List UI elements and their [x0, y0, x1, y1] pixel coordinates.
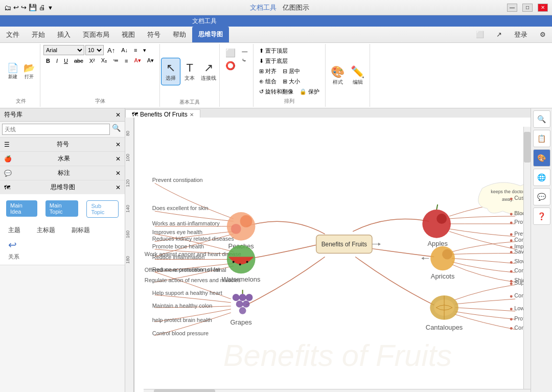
menu-insert[interactable]: 插入	[51, 27, 77, 42]
menu-mindmap[interactable]: 思维导图	[192, 27, 229, 42]
font-decrease[interactable]: A↓	[119, 46, 130, 54]
ribbon-open[interactable]: 📂 打开	[21, 61, 37, 81]
right-btn-clipboard[interactable]: 📋	[533, 130, 550, 147]
svg-point-36	[436, 214, 447, 224]
menu-settings[interactable]: ⚙	[534, 27, 552, 42]
shape-line[interactable]: —	[239, 47, 250, 55]
svg-point-99	[510, 295, 513, 298]
svg-text:100: 100	[125, 154, 130, 162]
sidebar-section-symbol: ☰ 符号 ✕	[0, 137, 125, 152]
menu-layout[interactable]: 页面布局	[77, 27, 116, 42]
node-style-main-topic[interactable]: Main Topic	[45, 200, 79, 218]
font-more[interactable]: ▾	[141, 46, 149, 55]
undo-btn[interactable]: ↩	[13, 4, 19, 11]
tool-tab-document[interactable]: 文档工具	[184, 16, 225, 27]
svg-text:Apples: Apples	[427, 240, 447, 247]
save-btn[interactable]: 💾	[29, 4, 37, 11]
canvas-content[interactable]: Benefits of Fruits Peaches Prevent const…	[134, 118, 531, 392]
node-style-main-idea[interactable]: Main Idea	[6, 200, 37, 218]
rotate-btn[interactable]: ↺ 旋转和翻像	[257, 87, 296, 97]
right-btn-chat[interactable]: 💬	[533, 188, 550, 205]
sidebar-section-annotation-header[interactable]: 💬 标注 ✕	[0, 166, 125, 180]
annotation-close[interactable]: ✕	[116, 170, 121, 177]
ribbon-connector[interactable]: ↗ 连接线	[199, 60, 218, 83]
size-btn[interactable]: ⊞ 大小	[280, 77, 303, 86]
sidebar-section-symbol-header[interactable]: ☰ 符号 ✕	[0, 137, 125, 151]
menu-search[interactable]: ⬜	[470, 27, 490, 42]
sidebar-section-mindmap-header[interactable]: 🗺 思维导图 ✕	[0, 180, 125, 194]
title-bar-left: 🗂 ↩ ↪ 💾 🖨 ▼	[4, 4, 53, 12]
right-btn-help[interactable]: ❓	[533, 207, 550, 225]
redo-btn[interactable]: ↪	[21, 4, 27, 11]
menu-home[interactable]: 开始	[26, 27, 51, 42]
main-topic-label: 主标题	[37, 226, 55, 235]
font-para[interactable]: ≡	[131, 46, 140, 54]
scrollbar-vertical[interactable]	[523, 127, 531, 389]
shape-conn[interactable]: ⤷	[239, 56, 250, 65]
search-icon[interactable]: 🔍	[110, 124, 123, 135]
right-btn-search[interactable]: 🔍	[533, 110, 550, 128]
superscript-btn[interactable]: X²	[87, 57, 98, 65]
ribbon-file-label: 文件	[16, 98, 26, 106]
canvas-tab-close[interactable]: ✕	[190, 112, 194, 118]
numlist-btn[interactable]: ≡	[122, 57, 130, 65]
underline-btn[interactable]: U	[61, 57, 71, 65]
menu-symbol[interactable]: 符号	[141, 27, 167, 42]
list-btn[interactable]: ≔	[110, 56, 121, 65]
font-size-select[interactable]: 10	[85, 45, 104, 55]
sidebar-search-input[interactable]	[2, 124, 110, 135]
mindmap-section-close[interactable]: ✕	[116, 184, 121, 191]
fontfill-btn[interactable]: A▾	[145, 56, 156, 65]
sidebar-close[interactable]: ✕	[116, 111, 121, 119]
right-btn-globe[interactable]: 🌐	[533, 169, 550, 186]
svg-text:Improves eye health: Improves eye health	[152, 229, 202, 235]
ribbon-edit[interactable]: ✏️ 编辑	[349, 64, 366, 87]
sidebar-section-fruit-header[interactable]: 🍎 水果 ✕	[0, 152, 125, 166]
italic-btn[interactable]: I	[54, 57, 60, 65]
fontcolor-btn[interactable]: A▾	[131, 56, 143, 65]
fruit-section-close[interactable]: ✕	[116, 155, 121, 163]
scrollbar-horizontal[interactable]	[144, 389, 531, 392]
close-btn[interactable]: ✕	[538, 4, 548, 12]
menu-file[interactable]: 文件	[0, 27, 26, 42]
symbol-section-close[interactable]: ✕	[116, 141, 121, 148]
align-btn[interactable]: ⊞ 对齐	[257, 66, 279, 76]
canvas-area: 🗺 Benefits Of Fruits ✕ 20 40 60 80 100 1…	[125, 108, 531, 392]
svg-point-93	[510, 239, 513, 242]
maximize-btn[interactable]: □	[522, 4, 533, 12]
menu-share[interactable]: ↗	[490, 27, 508, 42]
right-btn-color[interactable]: 🎨	[533, 149, 550, 167]
menu-view[interactable]: 视图	[116, 27, 141, 42]
node-style-sub-topic[interactable]: Sub Topic	[86, 200, 119, 218]
ribbon-select[interactable]: ↖ 选择	[161, 58, 180, 85]
menu-login[interactable]: 登录	[508, 27, 534, 42]
svg-point-97	[510, 280, 513, 283]
ribbon-new[interactable]: 📄 新建	[5, 61, 20, 81]
relation-arrow[interactable]: ↩	[8, 239, 117, 251]
more-btn[interactable]: ▼	[48, 5, 53, 11]
group-btn[interactable]: ⊕ 组合	[257, 77, 279, 86]
ribbon-text[interactable]: T 文本	[182, 60, 197, 83]
font-increase[interactable]: A↑	[105, 45, 118, 55]
title-bar-title: 文档工具 亿图图示	[53, 3, 506, 12]
svg-text:Apricots: Apricots	[431, 272, 455, 280]
distribute-btn[interactable]: ⊟ 居中	[280, 66, 303, 76]
font-select[interactable]: Arial	[43, 45, 84, 55]
node-labels-row: 主题 主标题 副标题	[4, 224, 121, 237]
print-btn[interactable]: 🖨	[39, 4, 45, 11]
ribbon-style[interactable]: 🎨 样式	[329, 64, 347, 87]
subscript-btn[interactable]: X₂	[99, 56, 109, 65]
ribbon-arrange-label: 排列	[284, 98, 294, 106]
send-bottom[interactable]: ⬇ 置于底层	[257, 56, 290, 66]
svg-point-49	[246, 261, 248, 263]
minimize-btn[interactable]: —	[507, 4, 517, 12]
bring-top[interactable]: ⬆ 置于顶层	[257, 46, 290, 56]
svg-text:keeps the doctor: keeps the doctor	[491, 189, 524, 194]
shape-circle[interactable]: ⭕	[223, 60, 238, 72]
shape-rect[interactable]: ⬜	[223, 47, 238, 59]
menu-help[interactable]: 帮助	[167, 27, 192, 42]
tool-tabs: 文档工具	[0, 15, 552, 27]
bold-btn[interactable]: B	[43, 57, 53, 65]
strikethrough-btn[interactable]: abc	[72, 57, 86, 65]
protect-btn[interactable]: 🔒 保护	[297, 87, 322, 97]
